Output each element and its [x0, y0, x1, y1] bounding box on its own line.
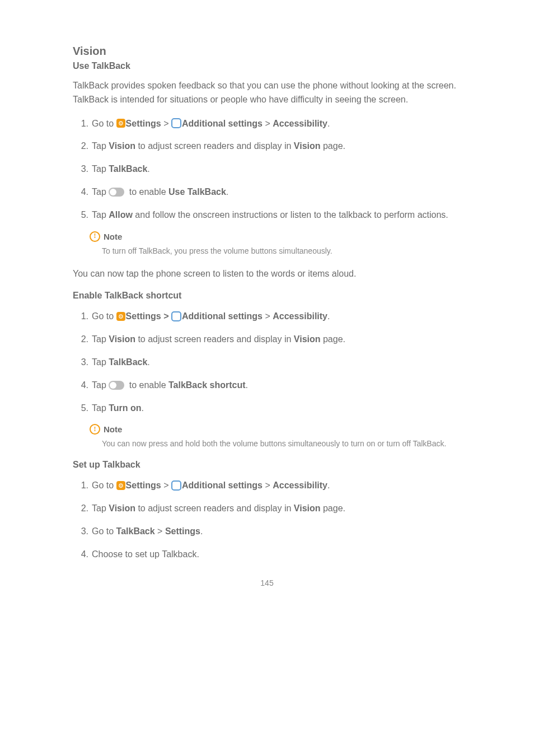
heading-vision: Vision	[73, 45, 461, 58]
list-item: 4. Choose to set up Talkback.	[73, 548, 461, 562]
heading-setup-talkback: Set up Talkback	[73, 460, 461, 470]
info-icon: !	[90, 231, 100, 242]
list-item: 2. Tap Vision to adjust screen readers a…	[73, 139, 461, 153]
settings-icon: ⚙	[116, 312, 125, 321]
note-text: To turn off TalkBack, you press the volu…	[102, 245, 461, 257]
page-content: Vision Use TalkBack TalkBack provides sp…	[0, 0, 534, 610]
list-number: 2.	[75, 502, 88, 516]
list-text: Tap Vision to adjust screen readers and …	[92, 502, 461, 516]
toggle-icon	[109, 381, 124, 390]
list-number: 5.	[75, 402, 88, 416]
toggle-icon	[109, 188, 124, 197]
list-number: 2.	[75, 139, 88, 153]
list-item: 2. Tap Vision to adjust screen readers a…	[73, 502, 461, 516]
list-number: 1.	[75, 310, 88, 324]
list-item: 5. Tap Allow and follow the onscreen ins…	[73, 208, 461, 222]
list-number: 3.	[75, 162, 88, 176]
settings-icon: ⚙	[116, 481, 125, 490]
list-text: Tap Vision to adjust screen readers and …	[92, 139, 461, 153]
note-header: ! Note	[90, 231, 461, 242]
list-number: 5.	[75, 208, 88, 222]
note-text: You can now press and hold both the volu…	[102, 438, 461, 450]
additional-settings-icon	[171, 480, 181, 491]
list-number: 2.	[75, 333, 88, 347]
note-block: ! Note To turn off TalkBack, you press t…	[90, 231, 461, 257]
list-text: Tap to enable Use TalkBack.	[92, 185, 461, 199]
info-icon: !	[90, 424, 100, 435]
additional-settings-icon	[171, 118, 181, 128]
additional-settings-icon	[171, 311, 181, 321]
list-number: 4.	[75, 185, 88, 199]
list-item: 1. Go to ⚙Settings > Additional settings…	[73, 310, 461, 324]
heading-use-talkback: Use TalkBack	[73, 61, 461, 71]
list-text: Choose to set up Talkback.	[92, 548, 461, 562]
list-text: Tap to enable TalkBack shortcut.	[92, 379, 461, 393]
list-text: Tap TalkBack.	[92, 356, 461, 370]
list-item: 3. Tap TalkBack.	[73, 162, 461, 176]
page-number: 145	[73, 578, 461, 587]
list-item: 3. Tap TalkBack.	[73, 356, 461, 370]
list-number: 1.	[75, 117, 88, 131]
heading-enable-shortcut: Enable TalkBack shortcut	[73, 291, 461, 301]
list-text: Tap Turn on.	[92, 402, 461, 416]
list-item: 5. Tap Turn on.	[73, 402, 461, 416]
list-text: Tap Vision to adjust screen readers and …	[92, 333, 461, 347]
list-item: 4. Tap to enable Use TalkBack.	[73, 185, 461, 199]
list-item: 1. Go to ⚙Settings > Additional settings…	[73, 479, 461, 493]
list-number: 3.	[75, 525, 88, 539]
note-title: Note	[104, 424, 122, 434]
list-text: Go to ⚙Settings > Additional settings > …	[92, 117, 461, 131]
list-item: 2. Tap Vision to adjust screen readers a…	[73, 333, 461, 347]
outro-paragraph: You can now tap the phone screen to list…	[73, 267, 461, 281]
list-item: 3. Go to TalkBack > Settings.	[73, 525, 461, 539]
list-text: Go to ⚙Settings > Additional settings > …	[92, 310, 461, 324]
list-number: 4.	[75, 379, 88, 393]
note-header: ! Note	[90, 424, 461, 435]
list-text: Tap Allow and follow the onscreen instru…	[92, 208, 461, 222]
list-text: Go to ⚙Settings > Additional settings > …	[92, 479, 461, 493]
settings-icon: ⚙	[116, 119, 125, 128]
note-block: ! Note You can now press and hold both t…	[90, 424, 461, 450]
list-item: 4. Tap to enable TalkBack shortcut.	[73, 379, 461, 393]
note-title: Note	[104, 232, 122, 241]
list-number: 3.	[75, 356, 88, 370]
list-text: Go to TalkBack > Settings.	[92, 525, 461, 539]
list-text: Tap TalkBack.	[92, 162, 461, 176]
list-number: 4.	[75, 548, 88, 562]
list-item: 1. Go to ⚙Settings > Additional settings…	[73, 117, 461, 131]
list-number: 1.	[75, 479, 88, 493]
intro-paragraph: TalkBack provides spoken feedback so tha…	[73, 79, 461, 107]
